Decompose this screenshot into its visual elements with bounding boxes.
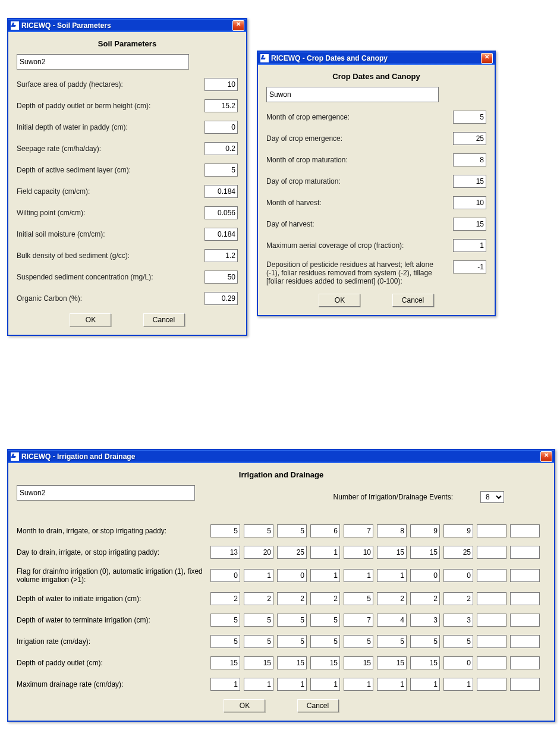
field-input[interactable] bbox=[205, 249, 238, 262]
field-input[interactable] bbox=[453, 239, 486, 252]
grid-cell[interactable] bbox=[344, 569, 373, 582]
grid-cell[interactable] bbox=[244, 546, 273, 559]
grid-cell[interactable] bbox=[477, 635, 506, 648]
field-input[interactable] bbox=[453, 153, 486, 166]
events-count-select[interactable]: 8 bbox=[480, 491, 504, 503]
grid-cell[interactable] bbox=[310, 614, 340, 627]
grid-cell[interactable] bbox=[477, 546, 506, 559]
scenario-name-input[interactable] bbox=[266, 87, 439, 102]
grid-cell[interactable] bbox=[210, 569, 240, 582]
grid-cell[interactable] bbox=[310, 635, 340, 648]
grid-cell[interactable] bbox=[510, 524, 540, 537]
close-icon[interactable]: ✕ bbox=[481, 53, 493, 64]
field-input[interactable] bbox=[453, 132, 486, 145]
grid-cell[interactable] bbox=[443, 546, 473, 559]
grid-cell[interactable] bbox=[377, 569, 407, 582]
grid-cell[interactable] bbox=[377, 524, 407, 537]
grid-cell[interactable] bbox=[277, 656, 307, 669]
grid-cell[interactable] bbox=[510, 546, 540, 559]
grid-cell[interactable] bbox=[477, 524, 506, 537]
grid-cell[interactable] bbox=[244, 524, 273, 537]
scenario-name-input[interactable] bbox=[17, 54, 189, 70]
grid-cell[interactable] bbox=[344, 546, 373, 559]
grid-cell[interactable] bbox=[310, 656, 340, 669]
grid-cell[interactable] bbox=[443, 524, 473, 537]
grid-cell[interactable] bbox=[477, 656, 506, 669]
grid-cell[interactable] bbox=[244, 656, 273, 669]
grid-cell[interactable] bbox=[344, 635, 373, 648]
grid-cell[interactable] bbox=[310, 592, 340, 605]
grid-cell[interactable] bbox=[510, 656, 540, 669]
grid-cell[interactable] bbox=[510, 614, 540, 627]
field-input[interactable] bbox=[205, 78, 238, 91]
field-input[interactable] bbox=[453, 196, 486, 209]
grid-cell[interactable] bbox=[443, 656, 473, 669]
grid-cell[interactable] bbox=[210, 635, 240, 648]
cancel-button[interactable]: Cancel bbox=[297, 699, 339, 712]
grid-cell[interactable] bbox=[344, 592, 373, 605]
field-input[interactable] bbox=[453, 218, 486, 231]
grid-cell[interactable] bbox=[410, 569, 440, 582]
cancel-button[interactable]: Cancel bbox=[392, 294, 434, 307]
grid-cell[interactable] bbox=[277, 635, 307, 648]
cancel-button[interactable]: Cancel bbox=[143, 313, 185, 326]
grid-cell[interactable] bbox=[210, 524, 240, 537]
grid-cell[interactable] bbox=[410, 592, 440, 605]
grid-cell[interactable] bbox=[210, 546, 240, 559]
close-icon[interactable]: ✕ bbox=[232, 20, 244, 31]
grid-cell[interactable] bbox=[477, 592, 506, 605]
ok-button[interactable]: OK bbox=[224, 699, 265, 712]
field-input[interactable] bbox=[453, 260, 486, 273]
grid-cell[interactable] bbox=[510, 635, 540, 648]
close-icon[interactable]: ✕ bbox=[540, 451, 552, 462]
grid-cell[interactable] bbox=[310, 569, 340, 582]
grid-cell[interactable] bbox=[244, 678, 273, 691]
grid-cell[interactable] bbox=[510, 678, 540, 691]
field-input[interactable] bbox=[205, 121, 238, 134]
grid-cell[interactable] bbox=[410, 678, 440, 691]
grid-cell[interactable] bbox=[244, 635, 273, 648]
grid-cell[interactable] bbox=[477, 614, 506, 627]
grid-cell[interactable] bbox=[377, 592, 407, 605]
grid-cell[interactable] bbox=[344, 524, 373, 537]
grid-cell[interactable] bbox=[410, 635, 440, 648]
grid-cell[interactable] bbox=[377, 546, 407, 559]
field-input[interactable] bbox=[205, 292, 238, 305]
grid-cell[interactable] bbox=[510, 592, 540, 605]
grid-cell[interactable] bbox=[310, 678, 340, 691]
grid-cell[interactable] bbox=[310, 524, 340, 537]
grid-cell[interactable] bbox=[210, 678, 240, 691]
grid-cell[interactable] bbox=[510, 569, 540, 582]
ok-button[interactable]: OK bbox=[70, 313, 111, 326]
grid-cell[interactable] bbox=[377, 635, 407, 648]
grid-cell[interactable] bbox=[277, 524, 307, 537]
grid-cell[interactable] bbox=[410, 546, 440, 559]
field-input[interactable] bbox=[453, 111, 486, 124]
grid-cell[interactable] bbox=[410, 656, 440, 669]
grid-cell[interactable] bbox=[344, 614, 373, 627]
grid-cell[interactable] bbox=[477, 678, 506, 691]
grid-cell[interactable] bbox=[410, 524, 440, 537]
grid-cell[interactable] bbox=[277, 569, 307, 582]
grid-cell[interactable] bbox=[443, 569, 473, 582]
grid-cell[interactable] bbox=[310, 546, 340, 559]
grid-cell[interactable] bbox=[443, 635, 473, 648]
field-input[interactable] bbox=[205, 99, 238, 112]
grid-cell[interactable] bbox=[344, 656, 373, 669]
grid-cell[interactable] bbox=[210, 656, 240, 669]
grid-cell[interactable] bbox=[244, 592, 273, 605]
grid-cell[interactable] bbox=[443, 614, 473, 627]
grid-cell[interactable] bbox=[277, 546, 307, 559]
grid-cell[interactable] bbox=[244, 569, 273, 582]
grid-cell[interactable] bbox=[443, 592, 473, 605]
ok-button[interactable]: OK bbox=[319, 294, 360, 307]
field-input[interactable] bbox=[453, 175, 486, 188]
grid-cell[interactable] bbox=[443, 678, 473, 691]
scenario-name-input[interactable] bbox=[17, 485, 195, 501]
grid-cell[interactable] bbox=[210, 592, 240, 605]
grid-cell[interactable] bbox=[377, 614, 407, 627]
grid-cell[interactable] bbox=[210, 614, 240, 627]
field-input[interactable] bbox=[205, 271, 238, 284]
field-input[interactable] bbox=[205, 163, 238, 177]
grid-cell[interactable] bbox=[477, 569, 506, 582]
